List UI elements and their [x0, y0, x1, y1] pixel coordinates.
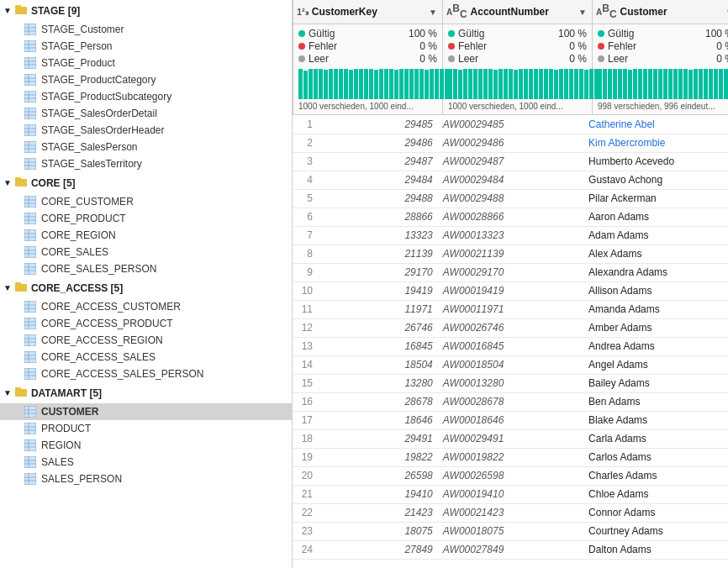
- tree-item-customer[interactable]: CUSTOMER: [0, 403, 292, 420]
- table-row[interactable]: 14 18504 AW00018504 Angel Adams: [293, 355, 728, 374]
- cell-accountnumber: AW00029484: [438, 171, 583, 189]
- cell-customerkey: 13280: [318, 374, 438, 392]
- table-row[interactable]: 12 26746 AW00026746 Amber Adams: [293, 318, 728, 337]
- col-filter-btn-account[interactable]: ▼: [577, 8, 588, 17]
- cell-customer: Alex Adams: [583, 245, 728, 263]
- col-header-customerkey[interactable]: 1²₃ CustomerKey ▼: [293, 0, 443, 24]
- tree-item-stage-salesorderheader[interactable]: STAGE_SalesOrderHeader: [0, 122, 292, 139]
- table-icon: [24, 157, 37, 171]
- table-row[interactable]: 16 28678 AW00028678 Ben Adams: [293, 392, 728, 411]
- table-row[interactable]: 1 29485 AW00029485 Catherine Abel: [293, 115, 728, 134]
- table-row[interactable]: 6 28866 AW00028866 Aaron Adams: [293, 208, 728, 226]
- table-row[interactable]: 17 18646 AW00018646 Blake Adams: [293, 411, 728, 429]
- table-row[interactable]: 18 29491 AW00029491 Carla Adams: [293, 429, 728, 448]
- tree-item-label: STAGE_Product: [41, 57, 115, 69]
- cell-customer: Carla Adams: [583, 429, 728, 448]
- table-row[interactable]: 10 19419 AW00019419 Allison Adams: [293, 281, 728, 300]
- tree-item-stage-salesterritory[interactable]: STAGE_SalesTerritory: [0, 155, 292, 172]
- tree-item-stage-salesorderdetail[interactable]: STAGE_SalesOrderDetail: [0, 105, 292, 122]
- bar-item: [435, 69, 439, 99]
- tree-group-core_access[interactable]: ▼ CORE_ACCESS [5]: [0, 277, 292, 298]
- cell-customerkey: 19410: [318, 485, 438, 503]
- bar-item: [683, 69, 688, 99]
- tree-item-core-product[interactable]: CORE_PRODUCT: [0, 210, 292, 227]
- col-filter-btn-customer[interactable]: ▼: [724, 8, 728, 17]
- table-row[interactable]: 11 11971 AW00011971 Amanda Adams: [293, 300, 728, 318]
- table-row[interactable]: 24 27849 AW00027849 Dalton Adams: [293, 540, 728, 559]
- tree-item-stage-customer[interactable]: STAGE_Customer: [0, 21, 292, 38]
- bar-item: [404, 69, 409, 99]
- quality-valid-label-key: Gültig: [309, 28, 409, 39]
- tree-item-stage-productsubcategory[interactable]: STAGE_ProductSubcategory: [0, 88, 292, 105]
- tree-item-core-sales[interactable]: CORE_SALES: [0, 244, 292, 260]
- tree-item-stage-salesperson[interactable]: STAGE_SalesPerson: [0, 139, 292, 155]
- cell-customerkey: 21423: [318, 503, 438, 522]
- col-filter-btn-key[interactable]: ▼: [427, 8, 439, 17]
- table-row[interactable]: 22 21423 AW00021423 Connor Adams: [293, 503, 728, 522]
- tree-item-sales[interactable]: SALES: [0, 454, 292, 471]
- tree-item-core-customer[interactable]: CORE_CUSTOMER: [0, 193, 292, 210]
- col-header-accountnumber[interactable]: ABC AccountNumber ▼: [443, 0, 593, 24]
- tree-item-label: STAGE_Person: [41, 40, 112, 52]
- bar-item: [478, 69, 483, 99]
- dot-error-key: [298, 43, 305, 50]
- cell-customerkey: 16845: [318, 337, 438, 355]
- table-icon: [24, 405, 37, 418]
- quality-empty-label-customer: Leer: [608, 53, 707, 65]
- tree-group-datamart[interactable]: ▼ DATAMART [5]: [0, 382, 292, 403]
- cell-customer: Pilar Ackerman: [583, 189, 728, 208]
- table-row[interactable]: 3 29487 AW00029487 Humberto Acevedo: [293, 152, 728, 171]
- tree-item-core-access-region[interactable]: CORE_ACCESS_REGION: [0, 332, 292, 349]
- tree-item-core-sales-person[interactable]: CORE_SALES_PERSON: [0, 260, 292, 277]
- svg-rect-74: [24, 351, 36, 363]
- tree-item-stage-productcategory[interactable]: STAGE_ProductCategory: [0, 71, 292, 88]
- table-row[interactable]: 15 13280 AW00013280 Bailey Adams: [293, 374, 728, 392]
- table-row[interactable]: 5 29488 AW00029488 Pilar Ackerman: [293, 189, 728, 208]
- tree-group-stage[interactable]: ▼ STAGE [9]: [0, 0, 292, 21]
- tree-item-stage-product[interactable]: STAGE_Product: [0, 55, 292, 71]
- bar-item: [529, 69, 533, 99]
- tree-item-core-access-product[interactable]: CORE_ACCESS_PRODUCT: [0, 315, 292, 332]
- quality-valid-label-customer: Gültig: [608, 28, 705, 39]
- cell-accountnumber: AW00029486: [438, 134, 583, 152]
- table-row[interactable]: 4 29484 AW00029484 Gustavo Achong: [293, 171, 728, 189]
- cell-customer: Carlos Adams: [583, 448, 728, 466]
- table-row[interactable]: 13 16845 AW00016845 Andrea Adams: [293, 337, 728, 355]
- table-row[interactable]: 19 19822 AW00019822 Carlos Adams: [293, 448, 728, 466]
- cell-customerkey: 29484: [318, 171, 438, 189]
- tree-item-core-access-sales-person[interactable]: CORE_ACCESS_SALES_PERSON: [0, 366, 292, 382]
- tree-item-label: STAGE_ProductCategory: [41, 74, 156, 86]
- tree-group-core[interactable]: ▼ CORE [5]: [0, 172, 292, 193]
- bar-item: [369, 69, 373, 99]
- row-number: 21: [293, 485, 318, 503]
- cell-customerkey: 19822: [318, 448, 438, 466]
- cell-customer: Connor Adams: [583, 503, 728, 522]
- tree-item-core-access-sales[interactable]: CORE_ACCESS_SALES: [0, 349, 292, 366]
- bar-item: [724, 69, 728, 99]
- bar-item: [473, 69, 477, 99]
- table-row[interactable]: 9 29170 AW00029170 Alexandra Adams: [293, 263, 728, 281]
- tree-item-core-region[interactable]: CORE_REGION: [0, 227, 292, 244]
- table-row[interactable]: 8 21139 AW00021139 Alex Adams: [293, 245, 728, 263]
- tree-item-sales-person[interactable]: SALES_PERSON: [0, 471, 292, 487]
- tree-item-core-access-customer[interactable]: CORE_ACCESS_CUSTOMER: [0, 298, 292, 315]
- svg-rect-34: [24, 158, 36, 170]
- table-row[interactable]: 21 19410 AW00019410 Chloe Adams: [293, 485, 728, 503]
- col-header-customer[interactable]: ABC Customer ▼: [593, 0, 728, 24]
- tree-item-product[interactable]: PRODUCT: [0, 420, 292, 437]
- row-number: 10: [293, 281, 318, 300]
- tree-item-stage-person[interactable]: STAGE_Person: [0, 38, 292, 55]
- bar-item: [374, 70, 378, 99]
- row-number: 15: [293, 374, 318, 392]
- bar-item: [354, 69, 358, 99]
- bar-item: [394, 70, 398, 99]
- row-number: 20: [293, 466, 318, 485]
- table-row[interactable]: 2 29486 AW00029486 Kim Abercrombie: [293, 134, 728, 152]
- main-content: 1²₃ CustomerKey ▼ ABC AccountNumber ▼ AB…: [293, 0, 728, 568]
- cell-accountnumber: AW00029488: [438, 189, 583, 208]
- table-row[interactable]: 20 26598 AW00026598 Charles Adams: [293, 466, 728, 485]
- table-row[interactable]: 23 18075 AW00018075 Courtney Adams: [293, 522, 728, 540]
- table-row[interactable]: 7 13323 AW00013323 Adam Adams: [293, 226, 728, 245]
- tree-item-label: REGION: [41, 439, 81, 451]
- tree-item-region[interactable]: REGION: [0, 437, 292, 454]
